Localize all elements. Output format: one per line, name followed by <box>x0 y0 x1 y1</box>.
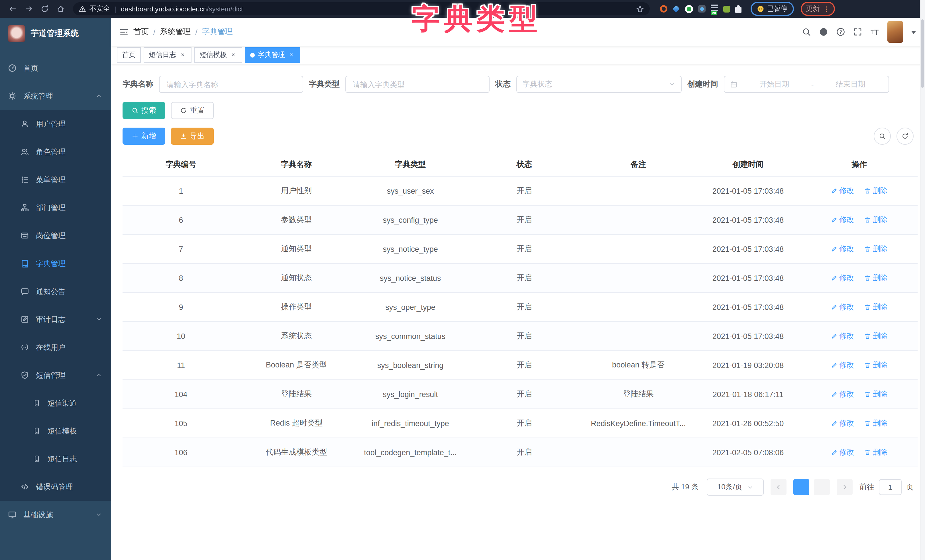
delete-link[interactable]: 删除 <box>864 302 888 312</box>
edit-link[interactable]: 修改 <box>831 244 854 254</box>
delete-link[interactable]: 删除 <box>864 418 888 428</box>
tab-sms-log[interactable]: 短信日志 × <box>144 47 191 63</box>
extension-list-on-icon[interactable] <box>711 5 718 11</box>
delete-link[interactable]: 删除 <box>864 389 888 399</box>
status-select[interactable]: 字典状态 <box>516 76 682 93</box>
export-button[interactable]: 导出 <box>171 128 214 145</box>
delete-link[interactable]: 删除 <box>864 447 888 458</box>
help-icon[interactable]: ? <box>836 27 845 36</box>
date-range-picker[interactable]: 开始日期 - 结束日期 <box>724 76 889 93</box>
tab-sms-template[interactable]: 短信模板 × <box>194 47 242 63</box>
sidebar-item-system[interactable]: 系统管理 <box>0 82 111 110</box>
sidebar-item-sms[interactable]: 短信管理 <box>0 361 111 389</box>
tab-close-icon[interactable]: × <box>288 51 295 59</box>
cell-dict-type-link[interactable]: sys_notice_status <box>353 263 467 292</box>
page-size-select[interactable]: 10条/页 <box>707 479 764 495</box>
delete-link[interactable]: 删除 <box>864 244 888 254</box>
fullscreen-icon[interactable] <box>853 27 862 36</box>
sidebar-item-dict[interactable]: 字典管理 <box>0 250 111 277</box>
extension-diamond-icon[interactable] <box>698 5 706 12</box>
cell-dict-type-link[interactable]: inf_redis_timeout_type <box>353 409 467 438</box>
extension-donut-icon[interactable] <box>660 5 667 12</box>
bookmark-star-icon[interactable] <box>636 5 644 13</box>
sidebar-item-dept[interactable]: 部门管理 <box>0 194 111 221</box>
cell-dict-type-link[interactable]: sys_notice_type <box>353 235 467 263</box>
reset-button[interactable]: 重置 <box>171 102 214 119</box>
breadcrumb-system[interactable]: 系统管理 / <box>160 27 198 37</box>
address-bar[interactable]: 不安全 | dashboard.yudao.iocoder.cn/system/… <box>73 2 650 15</box>
goto-page-input[interactable] <box>879 479 902 495</box>
delete-link[interactable]: 删除 <box>864 273 888 283</box>
app-logo-row[interactable]: 芋道管理系统 <box>0 18 111 50</box>
dict-type-input[interactable] <box>345 76 490 93</box>
add-button[interactable]: 新增 <box>122 128 165 145</box>
scrollbar-thumb[interactable] <box>921 20 924 88</box>
tab-dict[interactable]: 字典管理 × <box>245 47 300 63</box>
edit-link[interactable]: 修改 <box>831 302 854 312</box>
delete-link[interactable]: 删除 <box>864 331 888 341</box>
sidebar-item-menu[interactable]: 菜单管理 <box>0 166 111 194</box>
edit-link[interactable]: 修改 <box>831 447 854 458</box>
delete-link[interactable]: 删除 <box>864 215 888 225</box>
font-size-icon[interactable]: TT <box>870 27 880 36</box>
sidebar-item-online-user[interactable]: 在线用户 <box>0 333 111 361</box>
search-button[interactable]: 搜索 <box>122 102 165 119</box>
browser-home-icon[interactable] <box>54 2 67 16</box>
breadcrumb-home[interactable]: 首页 / <box>133 27 155 37</box>
edit-link[interactable]: 修改 <box>831 418 854 428</box>
sidebar-item-audit-log[interactable]: 审计日志 <box>0 306 111 333</box>
sidebar-item-home[interactable]: 首页 <box>0 54 111 82</box>
extension-chip-icon[interactable] <box>685 5 693 13</box>
browser-update-button[interactable]: 更新 <box>801 2 835 16</box>
cell-dict-type-link[interactable]: sys_common_status <box>353 322 467 351</box>
sidebar-item-role[interactable]: 角色管理 <box>0 138 111 166</box>
edit-link[interactable]: 修改 <box>831 215 854 225</box>
search-icon[interactable] <box>802 27 811 36</box>
cell-dict-type-link[interactable]: sys_user_sex <box>353 176 467 205</box>
extension-puzzle-icon[interactable] <box>735 6 741 13</box>
user-avatar[interactable] <box>887 21 903 43</box>
browser-reload-icon[interactable] <box>38 2 51 16</box>
page-1[interactable] <box>793 479 809 495</box>
sidebar-item-user[interactable]: 用户管理 <box>0 110 111 138</box>
cell-dict-type-link[interactable]: sys_oper_type <box>353 292 467 322</box>
sidebar-item-sms-log[interactable]: 短信日志 <box>0 445 111 473</box>
edit-link[interactable]: 修改 <box>831 186 854 196</box>
cell-dict-type-link[interactable]: sys_boolean_string <box>353 351 467 380</box>
sidebar-item-sms-template[interactable]: 短信模板 <box>0 417 111 445</box>
sidebar-item-post[interactable]: 岗位管理 <box>0 221 111 250</box>
edit-link[interactable]: 修改 <box>831 273 854 283</box>
github-icon[interactable] <box>819 27 828 36</box>
cell-dict-type-link[interactable]: sys_login_result <box>353 380 467 409</box>
extension-bot-icon[interactable] <box>723 5 730 12</box>
browser-forward-icon[interactable] <box>22 2 35 16</box>
breadcrumb-dict[interactable]: 字典管理 <box>202 27 233 37</box>
browser-menu-dots-icon[interactable] <box>823 5 830 12</box>
delete-link[interactable]: 删除 <box>864 186 888 196</box>
profile-paused-chip[interactable]: 已暂停 <box>750 2 794 16</box>
tab-home[interactable]: 首页 <box>117 47 141 63</box>
tab-close-icon[interactable]: × <box>179 51 186 59</box>
browser-back-icon[interactable] <box>6 2 20 16</box>
hamburger-icon[interactable] <box>119 27 129 37</box>
caret-down-icon[interactable] <box>909 27 918 36</box>
sidebar-item-sms-channel[interactable]: 短信渠道 <box>0 389 111 417</box>
sidebar-item-notice[interactable]: 通知公告 <box>0 277 111 306</box>
cell-dict-type-link[interactable]: tool_codegen_template_t... <box>353 438 467 467</box>
window-scrollbar[interactable] <box>920 0 925 560</box>
edit-link[interactable]: 修改 <box>831 389 854 399</box>
cell-dict-type-link[interactable]: sys_config_type <box>353 205 467 235</box>
refresh-table-button[interactable] <box>896 128 914 145</box>
toggle-search-button[interactable] <box>874 128 891 145</box>
next-page-button[interactable] <box>837 479 853 495</box>
dict-name-input[interactable] <box>159 76 303 93</box>
extension-gem-icon[interactable] <box>672 5 679 12</box>
edit-link[interactable]: 修改 <box>831 360 854 370</box>
tab-close-icon[interactable]: × <box>230 51 237 59</box>
edit-link[interactable]: 修改 <box>831 331 854 341</box>
sidebar-item-infra[interactable]: 基础设施 <box>0 501 111 529</box>
delete-link[interactable]: 删除 <box>864 360 888 370</box>
sidebar-item-error-code[interactable]: 错误码管理 <box>0 473 111 501</box>
prev-page-button[interactable] <box>771 479 786 495</box>
page-2[interactable] <box>814 479 830 495</box>
